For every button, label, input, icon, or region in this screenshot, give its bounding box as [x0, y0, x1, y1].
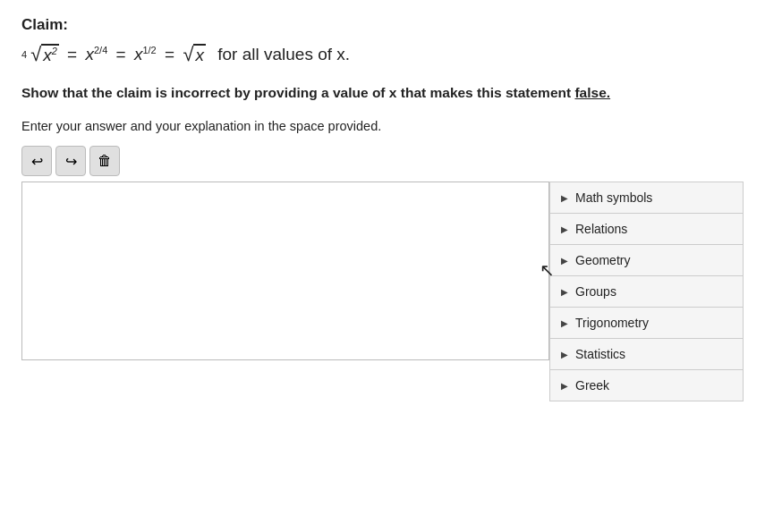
page: Claim: 4 √ x2 = x2/4 = x1/2 = √ x for al…	[0, 0, 765, 532]
sidebar-item-geometry[interactable]: ▶ Geometry	[550, 245, 743, 276]
chevron-right-icon: ▶	[561, 193, 568, 203]
formula-expression: 4 √ x2 = x2/4 = x1/2 = √ x for all value…	[21, 43, 350, 66]
trash-icon: 🗑	[98, 153, 112, 169]
sub-instruction: Enter your answer and your explanation i…	[21, 119, 744, 133]
editor-container: ▶ Math symbols ▶ Relations ▶ Geometry ▶ …	[21, 182, 744, 401]
toolbar: ↩ ↪ 🗑	[21, 146, 744, 176]
instruction-main: Show that the claim is incorrect by prov…	[21, 85, 571, 100]
undo-icon: ↩	[31, 153, 43, 170]
sidebar-item-statistics[interactable]: ▶ Statistics	[550, 339, 743, 370]
chevron-right-icon: ▶	[561, 256, 568, 266]
instruction-underline: false.	[574, 85, 610, 100]
formula-x-exp2: x1/2	[134, 45, 157, 64]
chevron-right-icon: ▶	[561, 318, 568, 328]
sidebar-item-label: Statistics	[575, 347, 625, 361]
answer-textarea[interactable]	[21, 182, 549, 360]
chevron-right-icon: ▶	[561, 381, 568, 391]
formula-x-exp1: x2/4	[85, 45, 107, 64]
math-sidebar: ▶ Math symbols ▶ Relations ▶ Geometry ▶ …	[549, 182, 744, 401]
chevron-right-icon: ▶	[561, 350, 568, 359]
formula-radical2: √ x	[183, 43, 206, 66]
formula-root-index: 4	[21, 49, 27, 60]
sidebar-item-math-symbols[interactable]: ▶ Math symbols	[550, 182, 743, 214]
sidebar-item-label: Relations	[575, 222, 627, 236]
editor-section: ↩ ↪ 🗑 ▶ Math symbols ▶ Re	[21, 146, 744, 401]
chevron-right-icon: ▶	[561, 287, 568, 297]
sidebar-item-relations[interactable]: ▶ Relations	[550, 214, 743, 245]
answer-area	[21, 182, 549, 364]
sidebar-item-label: Math symbols	[575, 190, 652, 205]
delete-button[interactable]: 🗑	[89, 146, 120, 176]
sidebar-item-label: Greek	[575, 378, 609, 393]
undo-button[interactable]: ↩	[21, 146, 52, 176]
chevron-right-icon: ▶	[561, 224, 568, 234]
redo-icon: ↪	[65, 153, 77, 170]
sub-instruction-text: Enter your answer and your explanation i…	[21, 119, 381, 133]
claim-title: Claim:	[21, 16, 744, 34]
sidebar-item-label: Trigonometry	[575, 316, 649, 330]
instruction: Show that the claim is incorrect by prov…	[21, 82, 744, 103]
sidebar-item-groups[interactable]: ▶ Groups	[550, 276, 743, 308]
sidebar-item-label: Groups	[575, 284, 616, 299]
sidebar-item-greek[interactable]: ▶ Greek	[550, 370, 743, 401]
sidebar-item-label: Geometry	[575, 253, 630, 267]
claim-formula: 4 √ x2 = x2/4 = x1/2 = √ x for all value…	[21, 43, 744, 66]
formula-for-all: for all values of x.	[217, 45, 350, 64]
claim-title-text: Claim:	[21, 16, 68, 33]
formula-radical1: √ x2	[30, 43, 59, 66]
sidebar-item-trigonometry[interactable]: ▶ Trigonometry	[550, 308, 743, 339]
redo-button[interactable]: ↪	[55, 146, 86, 176]
